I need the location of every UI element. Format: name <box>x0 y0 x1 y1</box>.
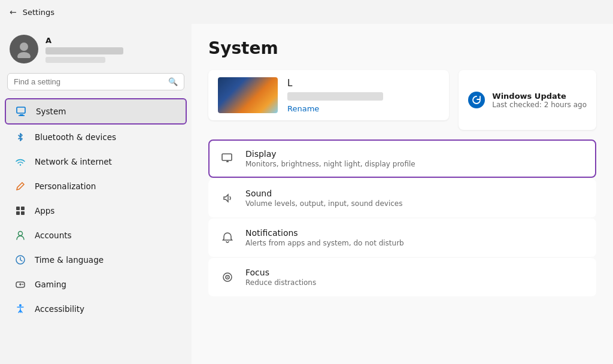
settings-item-title-focus: Focus <box>245 268 316 277</box>
settings-item-desc-display: Monitors, brightness, night light, displ… <box>245 160 415 168</box>
sidebar-item-system[interactable]: System <box>5 98 187 125</box>
svg-rect-9 <box>21 211 25 215</box>
content-area: System L Rename <box>192 24 613 364</box>
top-row: L Rename Windows Update Last checked: 2 … <box>208 70 596 130</box>
wifi-icon <box>14 156 26 168</box>
sidebar-item-label: Gaming <box>35 280 66 289</box>
apps-icon <box>14 205 26 217</box>
svg-point-22 <box>227 277 228 278</box>
svg-point-10 <box>19 232 23 236</box>
update-info: Windows Update Last checked: 2 hours ago <box>492 92 587 109</box>
windows-update-section[interactable]: Windows Update Last checked: 2 hours ago <box>459 70 596 130</box>
bluetooth-icon <box>14 131 26 143</box>
user-initial: A <box>45 36 123 45</box>
svg-rect-6 <box>16 207 20 210</box>
svg-rect-17 <box>222 154 232 160</box>
sidebar-item-label: Accessibility <box>35 304 84 314</box>
search-input[interactable] <box>14 77 163 86</box>
back-button[interactable]: ← <box>10 7 17 17</box>
update-subtitle: Last checked: 2 hours ago <box>492 101 587 109</box>
brush-icon <box>14 180 26 192</box>
user-email-bar <box>45 57 105 63</box>
sidebar-item-label: Apps <box>35 206 54 216</box>
device-name-letter: L <box>287 78 439 89</box>
svg-point-15 <box>22 284 23 285</box>
svg-point-0 <box>20 43 28 51</box>
settings-item-focus[interactable]: Focus Reduce distractions <box>208 258 596 296</box>
time-icon <box>14 254 26 266</box>
device-thumbnail <box>218 77 278 113</box>
gaming-icon <box>14 278 26 290</box>
svg-rect-8 <box>16 211 20 215</box>
sidebar-item-label: System <box>36 107 66 116</box>
user-profile: A <box>0 29 192 73</box>
search-box: 🔍 <box>7 73 184 90</box>
svg-rect-7 <box>21 207 25 210</box>
svg-rect-2 <box>17 107 25 113</box>
search-icon: 🔍 <box>168 77 178 86</box>
settings-item-desc-notifications: Alerts from apps and system, do not dist… <box>245 239 404 247</box>
accounts-icon <box>14 229 26 241</box>
sidebar-item-label: Accounts <box>35 230 72 240</box>
device-banner: L Rename <box>208 70 449 120</box>
sidebar: A 🔍 System Bluetooth & devices Network &… <box>0 24 192 364</box>
update-icon <box>468 92 485 108</box>
settings-item-desc-sound: Volume levels, output, input, sound devi… <box>245 199 402 208</box>
page-title: System <box>208 38 596 58</box>
settings-list: Display Monitors, brightness, night ligh… <box>208 139 596 296</box>
rename-link[interactable]: Rename <box>287 104 439 113</box>
nav-list: System Bluetooth & devices Network & int… <box>0 98 192 321</box>
sidebar-item-network[interactable]: Network & internet <box>5 150 187 174</box>
settings-item-title-sound: Sound <box>245 189 402 198</box>
settings-item-text-notifications: Notifications Alerts from apps and syste… <box>245 228 404 247</box>
notifications-icon <box>219 229 236 246</box>
app-title: Settings <box>23 8 54 17</box>
sidebar-item-label: Bluetooth & devices <box>35 132 116 142</box>
svg-point-16 <box>19 304 22 307</box>
sidebar-item-accessibility[interactable]: Accessibility <box>5 297 187 321</box>
settings-item-sound[interactable]: Sound Volume levels, output, input, soun… <box>208 179 596 217</box>
settings-item-text-display: Display Monitors, brightness, night ligh… <box>245 149 415 168</box>
device-info: L Rename <box>287 78 439 113</box>
settings-item-title-display: Display <box>245 149 415 159</box>
sidebar-item-time[interactable]: Time & language <box>5 248 187 272</box>
device-name-bar <box>287 92 383 101</box>
sound-icon <box>219 190 236 207</box>
title-bar: ← Settings <box>0 0 613 24</box>
user-name-bar <box>45 47 123 54</box>
sidebar-item-accounts[interactable]: Accounts <box>5 223 187 247</box>
sidebar-item-label: Network & internet <box>35 157 112 166</box>
settings-item-text-sound: Sound Volume levels, output, input, soun… <box>245 189 402 208</box>
main-layout: A 🔍 System Bluetooth & devices Network &… <box>0 24 613 364</box>
sidebar-item-apps[interactable]: Apps <box>5 199 187 223</box>
display-icon <box>219 150 236 167</box>
sidebar-item-personalization[interactable]: Personalization <box>5 174 187 198</box>
sidebar-item-label: Personalization <box>35 181 96 191</box>
svg-point-5 <box>20 164 21 165</box>
settings-item-notifications[interactable]: Notifications Alerts from apps and syste… <box>208 219 596 257</box>
svg-point-1 <box>17 52 31 58</box>
settings-item-display[interactable]: Display Monitors, brightness, night ligh… <box>208 139 596 178</box>
system-icon <box>16 105 28 117</box>
sidebar-item-gaming[interactable]: Gaming <box>5 272 187 296</box>
user-info: A <box>45 36 123 63</box>
sidebar-item-label: Time & language <box>35 255 104 265</box>
settings-item-desc-focus: Reduce distractions <box>245 278 316 287</box>
settings-item-text-focus: Focus Reduce distractions <box>245 268 316 287</box>
settings-item-title-notifications: Notifications <box>245 228 404 238</box>
update-title: Windows Update <box>492 92 587 101</box>
focus-icon <box>219 269 236 286</box>
accessibility-icon <box>14 303 26 315</box>
avatar <box>10 35 38 63</box>
sidebar-item-bluetooth[interactable]: Bluetooth & devices <box>5 125 187 149</box>
